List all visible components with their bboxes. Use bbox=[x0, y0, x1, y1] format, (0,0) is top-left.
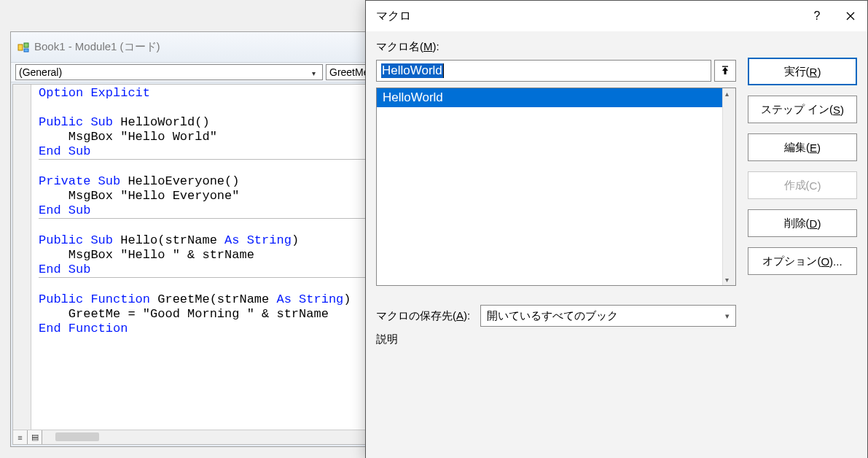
dialog-titlebar[interactable]: マクロ ? bbox=[366, 1, 867, 31]
macro-storage-value: 開いているすべてのブック bbox=[487, 309, 618, 323]
create-button: 作成(C) bbox=[748, 171, 857, 199]
macro-name-value: HelloWorld bbox=[381, 63, 443, 78]
macro-name-input[interactable]: HelloWorld bbox=[376, 60, 711, 82]
macro-list-item[interactable]: HelloWorld bbox=[377, 88, 722, 107]
svg-rect-3 bbox=[722, 66, 728, 67]
macro-storage-select[interactable]: 開いているすべてのブック ▾ bbox=[480, 305, 736, 327]
svg-rect-1 bbox=[24, 43, 28, 47]
procedure-combo-value: GreetMe bbox=[329, 66, 369, 78]
macro-storage-label: マクロの保存先(A): bbox=[376, 309, 470, 323]
step-in-button[interactable]: ステップ イン(S) bbox=[748, 96, 857, 123]
object-combo[interactable]: (General) ▾ bbox=[15, 64, 323, 80]
delete-button[interactable]: 削除(D) bbox=[748, 209, 857, 237]
svg-rect-0 bbox=[18, 44, 23, 50]
macro-dialog: マクロ ? マクロ名(M): HelloWorld HelloWorld bbox=[365, 0, 868, 458]
description-area bbox=[376, 352, 736, 458]
reference-edit-button[interactable] bbox=[714, 60, 736, 82]
code-window-title: Book1 - Module1 (コード) bbox=[34, 40, 160, 54]
options-button[interactable]: オプション(O)... bbox=[748, 247, 857, 275]
help-button[interactable]: ? bbox=[800, 1, 834, 31]
scrollbar-thumb[interactable] bbox=[55, 432, 99, 441]
chevron-down-icon: ▾ bbox=[725, 311, 730, 321]
svg-rect-2 bbox=[24, 49, 28, 52]
list-scrollbar[interactable] bbox=[722, 88, 735, 285]
macro-name-label: マクロ名(M): bbox=[376, 40, 736, 54]
chevron-down-icon: ▾ bbox=[308, 67, 319, 79]
module-icon bbox=[17, 41, 30, 54]
object-combo-value: (General) bbox=[19, 66, 62, 78]
full-module-view-button[interactable]: ▤ bbox=[28, 430, 42, 444]
procedure-view-button[interactable]: ≡ bbox=[13, 430, 28, 444]
code-gutter bbox=[13, 85, 31, 430]
description-label: 説明 bbox=[376, 333, 736, 346]
edit-button[interactable]: 編集(E) bbox=[748, 133, 857, 161]
macro-list[interactable]: HelloWorld bbox=[376, 88, 736, 286]
run-button[interactable]: 実行(R) bbox=[748, 58, 857, 85]
close-button[interactable] bbox=[834, 1, 867, 31]
dialog-title: マクロ bbox=[376, 9, 411, 24]
